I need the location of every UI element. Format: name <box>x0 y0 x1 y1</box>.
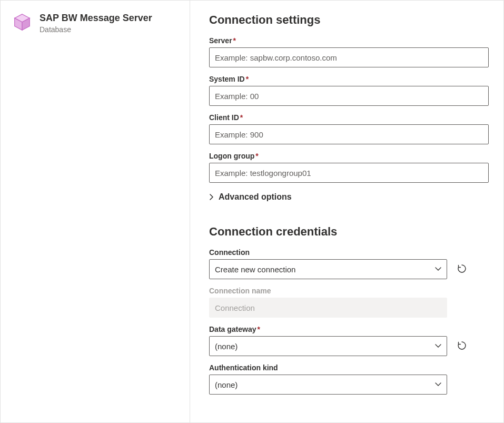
data-gateway-select[interactable]: (none) <box>209 336 447 356</box>
data-gateway-select-wrap: (none) <box>209 336 447 356</box>
client-id-label: Client ID* <box>209 113 489 122</box>
advanced-options-label: Advanced options <box>219 192 292 202</box>
server-label: Server* <box>209 36 489 45</box>
server-label-text: Server <box>209 36 232 45</box>
auth-kind-select-wrap: (none) <box>209 375 447 395</box>
field-data-gateway: Data gateway* (none) <box>209 325 489 356</box>
field-system-id: System ID* <box>209 75 489 106</box>
section-title-settings: Connection settings <box>209 13 489 27</box>
connection-select-wrap: Create new connection <box>209 259 447 279</box>
section-title-credentials: Connection credentials <box>209 225 489 239</box>
connector-title: SAP BW Message Server <box>39 12 152 24</box>
dialog-frame: SAP BW Message Server Database Connectio… <box>0 0 504 423</box>
connector-header: SAP BW Message Server Database <box>39 12 152 34</box>
client-id-label-text: Client ID <box>209 113 239 122</box>
refresh-connection-button[interactable] <box>454 262 469 277</box>
field-connection-name: Connection name <box>209 287 489 318</box>
database-cube-icon <box>12 12 32 32</box>
system-id-label: System ID* <box>209 75 489 83</box>
connection-label: Connection <box>209 248 489 257</box>
logon-group-label-text: Logon group <box>209 152 254 160</box>
client-id-input[interactable] <box>209 124 489 144</box>
server-input[interactable] <box>209 47 489 67</box>
required-asterisk: * <box>233 36 236 45</box>
data-gateway-label-text: Data gateway <box>209 325 256 333</box>
advanced-options-toggle[interactable]: Advanced options <box>209 192 489 202</box>
left-pane: SAP BW Message Server Database <box>1 1 190 422</box>
field-logon-group: Logon group* <box>209 152 489 183</box>
logon-group-input[interactable] <box>209 163 489 183</box>
field-client-id: Client ID* <box>209 113 489 144</box>
required-asterisk: * <box>255 152 258 160</box>
required-asterisk: * <box>246 75 249 83</box>
connection-select[interactable]: Create new connection <box>209 259 447 279</box>
system-id-input[interactable] <box>209 86 489 106</box>
connector-subtitle: Database <box>39 25 152 34</box>
right-pane: Connection settings Server* System ID* C… <box>190 1 503 422</box>
auth-kind-select[interactable]: (none) <box>209 375 447 395</box>
auth-kind-label: Authentication kind <box>209 363 489 372</box>
field-server: Server* <box>209 36 489 67</box>
refresh-icon <box>457 340 467 352</box>
data-gateway-row: (none) <box>209 336 489 356</box>
refresh-icon <box>457 263 467 276</box>
required-asterisk: * <box>257 325 260 333</box>
required-asterisk: * <box>240 113 243 122</box>
logon-group-label: Logon group* <box>209 152 489 160</box>
refresh-gateway-button[interactable] <box>454 339 469 353</box>
system-id-label-text: System ID <box>209 75 245 83</box>
field-auth-kind: Authentication kind (none) <box>209 363 489 395</box>
connection-name-wrap <box>209 298 447 318</box>
chevron-right-icon <box>209 193 214 201</box>
connection-name-label: Connection name <box>209 287 489 295</box>
field-connection: Connection Create new connection <box>209 248 489 279</box>
connection-name-input <box>209 298 447 318</box>
connection-row: Create new connection <box>209 259 489 279</box>
data-gateway-label: Data gateway* <box>209 325 489 333</box>
